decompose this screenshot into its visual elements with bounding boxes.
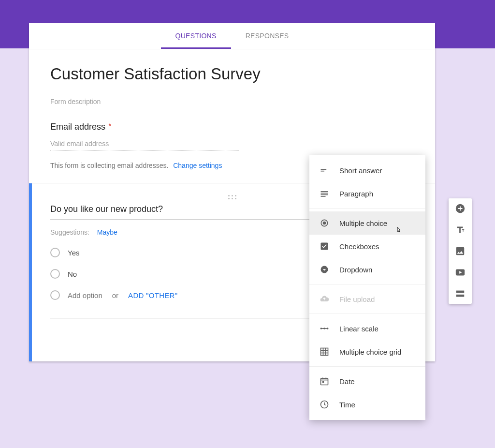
form-header-section: Customer Satisfaction Survey Form descri… (29, 49, 435, 119)
menu-item-checkboxes[interactable]: Checkboxes (309, 235, 425, 258)
svg-rect-28 (456, 291, 465, 293)
menu-label: Date (339, 377, 355, 386)
menu-label: Dropdown (339, 266, 372, 274)
option-text[interactable]: No (68, 270, 77, 278)
radio-icon (50, 290, 60, 300)
option-text[interactable]: Yes (68, 249, 79, 257)
menu-label: File upload (339, 295, 375, 303)
checkbox-icon (319, 241, 330, 252)
paragraph-icon (319, 188, 330, 199)
grid-icon (319, 346, 330, 357)
cloud-upload-icon (319, 294, 330, 304)
menu-item-dropdown[interactable]: Dropdown (309, 258, 425, 281)
cursor-pointer-icon (394, 226, 402, 235)
clock-icon (319, 399, 330, 410)
email-input[interactable]: Valid email address (50, 140, 239, 151)
menu-item-file-upload: File upload (309, 287, 425, 311)
change-settings-link[interactable]: Change settings (173, 162, 222, 169)
tabs: QUESTIONS RESPONSES (29, 23, 435, 49)
tab-responses[interactable]: RESPONSES (231, 23, 304, 49)
svg-rect-4 (321, 193, 328, 194)
svg-rect-3 (321, 191, 328, 192)
short-answer-icon (319, 165, 330, 176)
svg-rect-6 (321, 196, 326, 197)
radio-icon (50, 269, 60, 279)
dropdown-icon (319, 264, 330, 275)
required-star-icon: * (109, 122, 111, 130)
suggestions-label: Suggestions: (50, 228, 89, 236)
svg-rect-29 (456, 295, 465, 297)
question-type-menu: Short answer Paragraph Multiple choice C… (309, 155, 425, 420)
menu-item-linear-scale[interactable]: Linear scale (309, 317, 425, 340)
menu-separator (309, 314, 425, 314)
menu-label: Linear scale (339, 325, 379, 333)
menu-separator (309, 366, 425, 367)
menu-label: Checkboxes (339, 242, 379, 251)
question-accent-bar (29, 183, 32, 361)
svg-rect-14 (321, 328, 327, 329)
add-question-icon[interactable] (455, 203, 466, 214)
side-toolbar (449, 198, 472, 304)
svg-rect-5 (321, 194, 328, 195)
menu-item-grid[interactable]: Multiple choice grid (309, 340, 425, 363)
svg-rect-1 (321, 169, 327, 170)
form-title[interactable]: Customer Satisfaction Survey (50, 65, 414, 85)
menu-label: Short answer (339, 166, 382, 175)
radio-icon (50, 248, 60, 257)
svg-rect-15 (321, 348, 328, 356)
menu-label: Multiple choice grid (339, 348, 401, 356)
menu-item-time[interactable]: Time (309, 393, 425, 416)
email-label-row: Email address * (50, 122, 414, 132)
menu-label: Multiple choice (339, 219, 387, 227)
or-text: or (112, 291, 118, 299)
radio-icon (319, 218, 330, 228)
add-image-icon[interactable] (455, 246, 466, 256)
add-video-icon[interactable] (455, 267, 466, 278)
add-other-button[interactable]: ADD "OTHER" (128, 291, 177, 299)
add-section-icon[interactable] (455, 288, 466, 299)
menu-label: Time (339, 401, 355, 409)
tab-questions[interactable]: QUESTIONS (161, 23, 231, 49)
svg-rect-20 (321, 378, 328, 385)
suggestion-chip[interactable]: Maybe (97, 228, 117, 236)
form-description[interactable]: Form description (50, 98, 414, 105)
menu-separator (309, 208, 425, 209)
add-option-button[interactable]: Add option (68, 291, 102, 299)
svg-point-8 (323, 222, 326, 225)
menu-item-short-answer[interactable]: Short answer (309, 159, 425, 182)
email-label: Email address (50, 122, 105, 132)
menu-item-multiple-choice[interactable]: Multiple choice (309, 211, 425, 235)
svg-rect-2 (321, 171, 325, 172)
menu-label: Paragraph (339, 190, 373, 198)
email-note-text: This form is collecting email addresses. (50, 162, 168, 169)
add-title-icon[interactable] (455, 224, 466, 235)
calendar-icon (319, 376, 330, 387)
linear-scale-icon (319, 323, 330, 334)
svg-rect-24 (322, 381, 324, 383)
menu-separator (309, 284, 425, 284)
menu-item-paragraph[interactable]: Paragraph (309, 182, 425, 205)
menu-item-date[interactable]: Date (309, 370, 425, 393)
